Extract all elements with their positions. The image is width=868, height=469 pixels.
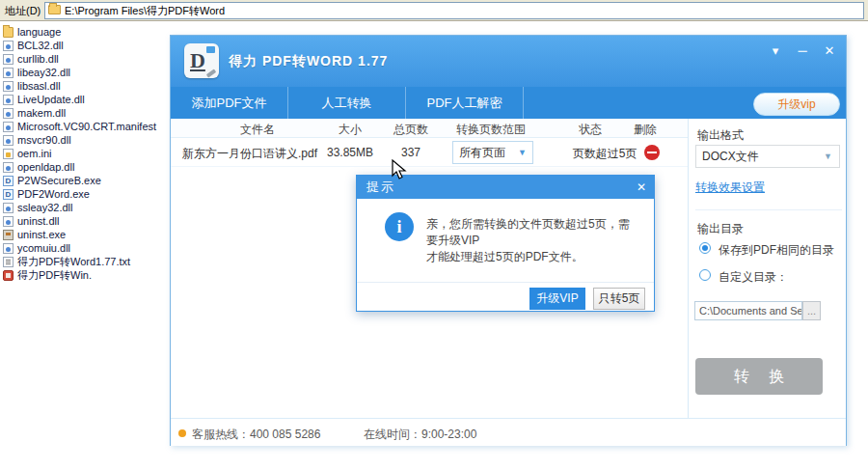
dll-file-icon [3, 81, 14, 92]
file-item[interactable]: BCL32.dll [3, 39, 167, 52]
cell-filename: 新东方一月份口语讲义.pdf [182, 146, 317, 162]
output-format-label: 输出格式 [697, 127, 744, 144]
chevron-down-icon: ▼ [824, 146, 832, 167]
col-range: 转换页数范围 [448, 122, 534, 138]
hotline-text: 客服热线：400 085 5286 [192, 427, 320, 443]
divider [695, 209, 842, 210]
radio-same-directory-label[interactable]: 保存到PDF相同的目录 [719, 242, 834, 259]
minimize-icon[interactable]: ─ [792, 41, 813, 61]
file-item[interactable]: curllib.dll [3, 52, 167, 66]
file-item[interactable]: openldap.dll [3, 160, 167, 174]
dll-file-icon [3, 68, 14, 78]
folder-icon [3, 27, 14, 38]
dll-file-icon [3, 95, 14, 105]
file-item[interactable]: makem.dll [3, 106, 167, 120]
manifest-file-icon [3, 122, 14, 132]
radio-custom-directory[interactable] [699, 269, 711, 281]
vip-prompt-dialog: 提示 ✕ i 亲，您所需转换的文件页数超过5页，需要升级VIP 才能处理超过5页… [356, 175, 655, 312]
dll-file-icon [3, 216, 14, 227]
file-item-language[interactable]: language [3, 25, 167, 39]
exe-file-icon [3, 189, 14, 200]
table-row: 新东方一月份口语讲义.pdf 33.85MB 337 所有页面 ▼ 页数超过5页 [171, 138, 688, 167]
upgrade-vip-button[interactable]: 升级vip [753, 93, 840, 116]
dll-file-icon [3, 243, 14, 254]
radio-same-directory[interactable] [699, 242, 711, 254]
table-header: 文件名 大小 总页数 转换页数范围 状态 删除 [171, 119, 688, 138]
conversion-settings-link[interactable]: 转换效果设置 [695, 179, 765, 196]
txt-file-icon [3, 257, 14, 267]
exe-file-icon [3, 176, 14, 186]
status-bar: 客服热线：400 085 5286 在线时间：9:00-23:00 [171, 418, 846, 446]
address-bar: 地址(D) E:\Program Files\得力PDF转Word [0, 0, 868, 21]
dialog-message: 亲，您所需转换的文件页数超过5页，需要升级VIP 才能处理超过5页的PDF文件。 [426, 216, 638, 265]
dll-file-icon [3, 54, 14, 65]
close-icon[interactable]: ✕ [819, 41, 840, 61]
pdf2word-app-window: D 得力 PDF转WORD 1.77 ▾ ─ ✕ 添加PDF文件 人工转换 PD… [170, 35, 847, 446]
dll-file-icon [3, 203, 14, 213]
info-icon: i [385, 212, 414, 241]
app-file-icon [3, 270, 14, 281]
menu-icon[interactable]: ▾ [765, 41, 786, 61]
app-title: 得力 PDF转WORD 1.77 [229, 53, 388, 70]
page-range-select[interactable]: 所有页面 ▼ [452, 141, 533, 164]
file-item[interactable]: Microsoft.VC90.CRT.manifest [3, 120, 167, 133]
file-item[interactable]: uninst.dll [3, 214, 167, 228]
tab-add-pdf[interactable]: 添加PDF文件 [171, 87, 288, 119]
file-item[interactable]: libsasl.dll [3, 79, 167, 93]
delete-row-icon[interactable] [644, 145, 660, 160]
col-delete: 删除 [628, 122, 663, 138]
dll-file-icon [3, 41, 14, 51]
chevron-down-icon: ▼ [518, 142, 527, 163]
custom-directory-input[interactable]: C:\Documents and Set [694, 301, 802, 320]
folder-icon [48, 5, 61, 14]
dll-file-icon [3, 162, 14, 173]
file-item[interactable]: 得力PDF转Word1.77.txt [3, 255, 167, 268]
browse-button[interactable]: ... [802, 301, 821, 320]
col-status: 状态 [561, 122, 619, 138]
col-pages: 总页数 [382, 122, 440, 138]
dll-file-icon [3, 108, 14, 119]
dll-file-icon [3, 135, 14, 146]
dialog-convert-5-pages-button[interactable]: 只转5页 [593, 288, 645, 310]
file-item[interactable]: ssleay32.dll [3, 201, 167, 214]
online-time-text: 在线时间：9:00-23:00 [364, 427, 476, 443]
tab-manual-convert[interactable]: 人工转换 [288, 87, 406, 119]
file-list: language BCL32.dll curllib.dll libeay32.… [3, 25, 167, 282]
uninstaller-icon [3, 230, 14, 240]
file-item[interactable]: msvcr90.dll [3, 133, 167, 147]
col-filename: 文件名 [209, 122, 306, 138]
app-titlebar: D 得力 PDF转WORD 1.77 ▾ ─ ✕ [171, 36, 846, 87]
mouse-cursor [392, 159, 407, 180]
divider [357, 282, 654, 283]
address-label: 地址(D) [5, 4, 41, 18]
app-logo-icon: D [184, 43, 219, 78]
ini-file-icon [3, 149, 14, 159]
file-item[interactable]: ycomuiu.dll [3, 241, 167, 255]
cell-status: 页数超过5页 [561, 146, 648, 162]
address-input[interactable]: E:\Program Files\得力PDF转Word [44, 2, 864, 19]
file-item[interactable]: oem.ini [3, 147, 167, 160]
file-item[interactable]: uninst.exe [3, 228, 167, 241]
file-item[interactable]: 得力PDF转Win. [3, 268, 167, 282]
output-format-select[interactable]: DOCX文件 ▼ [695, 145, 840, 168]
cell-size: 33.85MB [321, 146, 379, 159]
dialog-upgrade-vip-button[interactable]: 升级VIP [529, 288, 585, 310]
radio-custom-directory-label[interactable]: 自定义目录： [719, 269, 788, 286]
file-item[interactable]: PDF2Word.exe [3, 187, 167, 201]
close-icon[interactable]: ✕ [637, 176, 646, 199]
convert-button[interactable]: 转 换 [695, 358, 823, 395]
col-size: 大小 [321, 122, 379, 138]
status-dot-icon [178, 429, 186, 437]
file-item[interactable]: P2WSecureB.exe [3, 174, 167, 187]
panel-divider [688, 119, 689, 418]
output-dir-label: 输出目录 [697, 221, 744, 237]
tab-bar: 添加PDF文件 人工转换 PDF人工解密 升级vip [171, 87, 846, 119]
file-item[interactable]: libeay32.dll [3, 66, 167, 79]
cell-pages: 337 [382, 146, 440, 159]
file-item[interactable]: LiveUpdate.dll [3, 93, 167, 106]
tab-pdf-decrypt[interactable]: PDF人工解密 [406, 87, 524, 119]
